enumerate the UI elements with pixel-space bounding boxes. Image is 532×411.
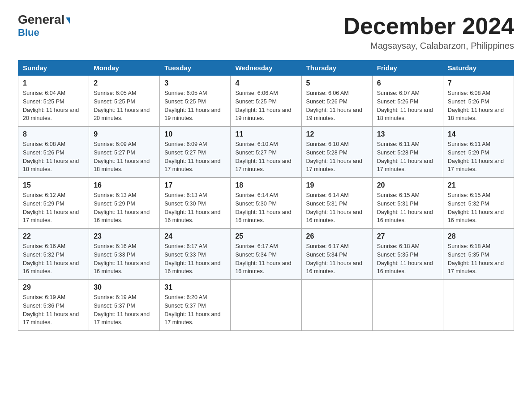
- day-info: Sunrise: 6:06 AMSunset: 5:26 PMDaylight:…: [306, 89, 368, 123]
- calendar-cell: 28Sunrise: 6:18 AMSunset: 5:35 PMDayligh…: [443, 229, 514, 280]
- day-info: Sunrise: 6:17 AMSunset: 5:33 PMDaylight:…: [164, 242, 226, 276]
- week-row-3: 15Sunrise: 6:12 AMSunset: 5:29 PMDayligh…: [18, 178, 514, 229]
- day-number: 10: [164, 130, 226, 138]
- day-info: Sunrise: 6:14 AMSunset: 5:30 PMDaylight:…: [235, 191, 296, 225]
- calendar-cell: 2Sunrise: 6:05 AMSunset: 5:25 PMDaylight…: [89, 76, 160, 127]
- calendar-header-row: SundayMondayTuesdayWednesdayThursdayFrid…: [18, 60, 514, 76]
- week-row-5: 29Sunrise: 6:19 AMSunset: 5:36 PMDayligh…: [18, 280, 514, 331]
- day-number: 2: [94, 79, 155, 87]
- calendar-cell: 29Sunrise: 6:19 AMSunset: 5:36 PMDayligh…: [18, 280, 89, 331]
- day-info: Sunrise: 6:05 AMSunset: 5:25 PMDaylight:…: [164, 89, 226, 123]
- calendar-cell: 25Sunrise: 6:17 AMSunset: 5:34 PMDayligh…: [231, 229, 301, 280]
- day-number: 26: [306, 232, 368, 240]
- calendar-cell: [301, 280, 372, 331]
- day-info: Sunrise: 6:09 AMSunset: 5:27 PMDaylight:…: [94, 140, 155, 174]
- calendar-cell: 12Sunrise: 6:10 AMSunset: 5:28 PMDayligh…: [301, 127, 372, 178]
- calendar-cell: 3Sunrise: 6:05 AMSunset: 5:25 PMDaylight…: [160, 76, 231, 127]
- calendar-cell: 13Sunrise: 6:11 AMSunset: 5:28 PMDayligh…: [372, 127, 443, 178]
- calendar-cell: 21Sunrise: 6:15 AMSunset: 5:32 PMDayligh…: [443, 178, 514, 229]
- day-info: Sunrise: 6:08 AMSunset: 5:26 PMDaylight:…: [23, 140, 84, 174]
- day-number: 29: [23, 283, 84, 291]
- day-info: Sunrise: 6:12 AMSunset: 5:29 PMDaylight:…: [23, 191, 84, 225]
- day-info: Sunrise: 6:18 AMSunset: 5:35 PMDaylight:…: [448, 242, 509, 276]
- calendar-cell: 16Sunrise: 6:13 AMSunset: 5:29 PMDayligh…: [89, 178, 160, 229]
- day-info: Sunrise: 6:19 AMSunset: 5:37 PMDaylight:…: [94, 293, 155, 327]
- calendar-cell: 20Sunrise: 6:15 AMSunset: 5:31 PMDayligh…: [372, 178, 443, 229]
- header-tuesday: Tuesday: [160, 60, 231, 76]
- day-info: Sunrise: 6:15 AMSunset: 5:31 PMDaylight:…: [377, 191, 438, 225]
- day-number: 7: [448, 79, 509, 87]
- calendar-cell: 27Sunrise: 6:18 AMSunset: 5:35 PMDayligh…: [372, 229, 443, 280]
- calendar-cell: 24Sunrise: 6:17 AMSunset: 5:33 PMDayligh…: [160, 229, 231, 280]
- day-info: Sunrise: 6:11 AMSunset: 5:29 PMDaylight:…: [448, 140, 509, 174]
- day-info: Sunrise: 6:11 AMSunset: 5:28 PMDaylight:…: [377, 140, 438, 174]
- day-info: Sunrise: 6:10 AMSunset: 5:27 PMDaylight:…: [235, 140, 296, 174]
- day-number: 19: [306, 181, 368, 189]
- day-info: Sunrise: 6:07 AMSunset: 5:26 PMDaylight:…: [377, 89, 438, 123]
- header-saturday: Saturday: [443, 60, 514, 76]
- day-info: Sunrise: 6:04 AMSunset: 5:25 PMDaylight:…: [23, 89, 84, 123]
- day-info: Sunrise: 6:18 AMSunset: 5:35 PMDaylight:…: [377, 242, 438, 276]
- calendar-cell: 11Sunrise: 6:10 AMSunset: 5:27 PMDayligh…: [231, 127, 301, 178]
- day-number: 16: [94, 181, 155, 189]
- day-number: 6: [377, 79, 438, 87]
- calendar-cell: 17Sunrise: 6:13 AMSunset: 5:30 PMDayligh…: [160, 178, 231, 229]
- day-number: 28: [448, 232, 509, 240]
- day-number: 30: [94, 283, 155, 291]
- header-monday: Monday: [89, 60, 160, 76]
- day-number: 3: [164, 79, 226, 87]
- calendar-cell: [443, 280, 514, 331]
- calendar-cell: 14Sunrise: 6:11 AMSunset: 5:29 PMDayligh…: [443, 127, 514, 178]
- calendar-table: SundayMondayTuesdayWednesdayThursdayFrid…: [18, 60, 514, 331]
- day-number: 11: [235, 130, 296, 138]
- day-number: 22: [23, 232, 84, 240]
- calendar-cell: [231, 280, 301, 331]
- day-info: Sunrise: 6:13 AMSunset: 5:29 PMDaylight:…: [94, 191, 155, 225]
- page-header: General Blue December 2024 Magsaysay, Ca…: [18, 13, 514, 51]
- calendar-cell: 26Sunrise: 6:17 AMSunset: 5:34 PMDayligh…: [301, 229, 372, 280]
- day-number: 14: [448, 130, 509, 138]
- day-number: 1: [23, 79, 84, 87]
- logo-general-text: General: [18, 13, 70, 26]
- day-number: 27: [377, 232, 438, 240]
- calendar-cell: 30Sunrise: 6:19 AMSunset: 5:37 PMDayligh…: [89, 280, 160, 331]
- day-number: 21: [448, 181, 509, 189]
- day-info: Sunrise: 6:16 AMSunset: 5:32 PMDaylight:…: [23, 242, 84, 276]
- day-number: 12: [306, 130, 368, 138]
- header-sunday: Sunday: [18, 60, 89, 76]
- calendar-cell: 19Sunrise: 6:14 AMSunset: 5:31 PMDayligh…: [301, 178, 372, 229]
- header-thursday: Thursday: [301, 60, 372, 76]
- day-info: Sunrise: 6:20 AMSunset: 5:37 PMDaylight:…: [164, 293, 226, 327]
- week-row-4: 22Sunrise: 6:16 AMSunset: 5:32 PMDayligh…: [18, 229, 514, 280]
- day-number: 9: [94, 130, 155, 138]
- day-info: Sunrise: 6:08 AMSunset: 5:26 PMDaylight:…: [448, 89, 509, 123]
- day-info: Sunrise: 6:19 AMSunset: 5:36 PMDaylight:…: [23, 293, 84, 327]
- calendar-cell: 18Sunrise: 6:14 AMSunset: 5:30 PMDayligh…: [231, 178, 301, 229]
- day-info: Sunrise: 6:13 AMSunset: 5:30 PMDaylight:…: [164, 191, 226, 225]
- day-info: Sunrise: 6:17 AMSunset: 5:34 PMDaylight:…: [235, 242, 296, 276]
- title-area: December 2024 Magsaysay, Calabarzon, Phi…: [343, 13, 514, 51]
- calendar-cell: 7Sunrise: 6:08 AMSunset: 5:26 PMDaylight…: [443, 76, 514, 127]
- calendar-cell: 15Sunrise: 6:12 AMSunset: 5:29 PMDayligh…: [18, 178, 89, 229]
- logo: General Blue: [18, 13, 70, 39]
- location-subtitle: Magsaysay, Calabarzon, Philippines: [343, 41, 514, 51]
- calendar-cell: 31Sunrise: 6:20 AMSunset: 5:37 PMDayligh…: [160, 280, 231, 331]
- calendar-cell: 9Sunrise: 6:09 AMSunset: 5:27 PMDaylight…: [89, 127, 160, 178]
- week-row-2: 8Sunrise: 6:08 AMSunset: 5:26 PMDaylight…: [18, 127, 514, 178]
- day-info: Sunrise: 6:17 AMSunset: 5:34 PMDaylight:…: [306, 242, 368, 276]
- day-number: 4: [235, 79, 296, 87]
- day-number: 20: [377, 181, 438, 189]
- calendar-cell: 5Sunrise: 6:06 AMSunset: 5:26 PMDaylight…: [301, 76, 372, 127]
- day-number: 13: [377, 130, 438, 138]
- day-number: 23: [94, 232, 155, 240]
- calendar-cell: 4Sunrise: 6:06 AMSunset: 5:25 PMDaylight…: [231, 76, 301, 127]
- logo-blue-text: Blue: [18, 27, 39, 39]
- week-row-1: 1Sunrise: 6:04 AMSunset: 5:25 PMDaylight…: [18, 76, 514, 127]
- day-number: 25: [235, 232, 296, 240]
- day-number: 5: [306, 79, 368, 87]
- day-info: Sunrise: 6:05 AMSunset: 5:25 PMDaylight:…: [94, 89, 155, 123]
- day-number: 17: [164, 181, 226, 189]
- calendar-cell: 22Sunrise: 6:16 AMSunset: 5:32 PMDayligh…: [18, 229, 89, 280]
- header-friday: Friday: [372, 60, 443, 76]
- calendar-cell: 1Sunrise: 6:04 AMSunset: 5:25 PMDaylight…: [18, 76, 89, 127]
